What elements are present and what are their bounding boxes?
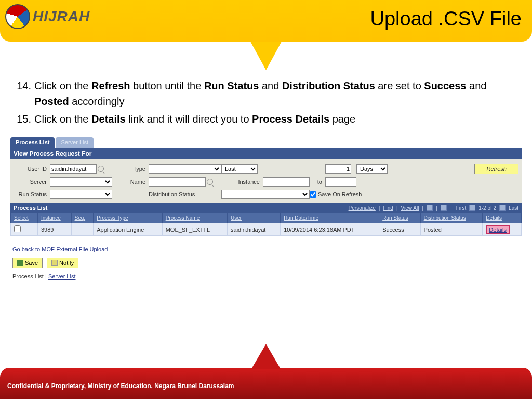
table-header-row: Select Instance Seq. Process Type Proces…: [11, 213, 522, 223]
cell-pname: MOE_SF_EXTFL: [162, 223, 227, 236]
col-seq[interactable]: Seq.: [71, 213, 94, 223]
run-status-select[interactable]: [50, 190, 112, 199]
days-select[interactable]: Days: [356, 164, 388, 174]
save-on-refresh-checkbox[interactable]: [310, 191, 316, 198]
prev-icon[interactable]: [469, 205, 475, 211]
label-user-id: User ID: [14, 166, 50, 172]
process-list-table: Select Instance Seq. Process Type Proces…: [10, 212, 522, 236]
process-monitor-panel: Process List Server List View Process Re…: [10, 137, 522, 280]
tab-server-list[interactable]: Server List: [56, 137, 94, 148]
grid-toolbar: Personalize| Find| View All| | First 1-2…: [349, 205, 518, 211]
tab-bar: Process List Server List: [10, 137, 522, 148]
brand-name: HIJRAH: [33, 8, 90, 25]
instance-to-input[interactable]: [325, 177, 356, 187]
globe-icon: [5, 4, 30, 29]
col-instance[interactable]: Instance: [37, 213, 71, 223]
label-server: Server: [14, 179, 50, 185]
label-to: to: [310, 179, 325, 185]
section-title: View Process Request For: [10, 148, 522, 159]
next-icon[interactable]: [499, 205, 506, 211]
label-dist-status: Distribution Status: [149, 191, 221, 197]
label-instance: Instance: [221, 179, 263, 185]
step-text: Click on the Details link and it will di…: [34, 111, 516, 127]
label-name: Name: [112, 179, 149, 185]
cell-seq: [71, 223, 94, 236]
notify-button[interactable]: Notify: [47, 258, 78, 268]
last-select[interactable]: Last: [221, 164, 258, 174]
page-title: Upload .CSV File: [370, 8, 522, 30]
cell-ptype: Application Engine: [94, 223, 162, 236]
label-type: Type: [112, 166, 149, 172]
zoom-icon[interactable]: [427, 205, 433, 211]
tab-process-list[interactable]: Process List: [10, 137, 55, 148]
step-text: Click on the Refresh button until the Ru…: [34, 78, 516, 109]
cell-rstatus: Success: [379, 223, 420, 236]
view-all-link[interactable]: View All: [401, 205, 419, 211]
grid-header-bar: Process List Personalize| Find| View All…: [10, 203, 522, 212]
lookup-icon[interactable]: [207, 179, 213, 185]
instance-from-input[interactable]: [263, 177, 310, 187]
table-row: 3989 Application Engine MOE_SF_EXTFL sai…: [11, 223, 522, 236]
footer-banner: Confidential & Proprietary, Ministry of …: [0, 368, 532, 399]
row-count: 1-2 of 2: [478, 205, 496, 211]
personalize-link[interactable]: Personalize: [349, 205, 376, 211]
col-user[interactable]: User: [228, 213, 281, 223]
last-value-input[interactable]: [325, 164, 351, 174]
dist-status-select[interactable]: [221, 190, 310, 199]
cell-dstatus: Posted: [420, 223, 483, 236]
name-input[interactable]: [149, 177, 206, 187]
header-banner: HIJRAH Upload .CSV File: [0, 0, 532, 42]
go-back-link[interactable]: Go back to MOE External File Upload: [12, 246, 522, 252]
label-run-status: Run Status: [14, 191, 50, 197]
cell-datetime: 10/09/2014 6:23:16AM PDT: [281, 223, 379, 236]
label-save-refresh: Save On Refresh: [318, 191, 362, 197]
breadcrumb-link[interactable]: Server List: [48, 273, 76, 280]
grid-title: Process List: [14, 205, 47, 211]
instructions: 14. Click on the Refresh button until th…: [16, 78, 516, 127]
download-icon[interactable]: [441, 205, 447, 211]
save-icon: [17, 260, 23, 266]
col-dstatus[interactable]: Distribution Status: [420, 213, 483, 223]
notify-icon: [51, 260, 58, 266]
breadcrumb-current: Process List: [12, 273, 44, 280]
breadcrumb: Process List | Server List: [12, 273, 522, 280]
filter-form: User ID Type Last Days Refresh Server Na…: [10, 159, 522, 203]
cell-instance: 3989: [37, 223, 71, 236]
footer-text: Confidential & Proprietary, Ministry of …: [7, 382, 234, 390]
col-ptype[interactable]: Process Type: [94, 213, 162, 223]
save-button[interactable]: Save: [12, 258, 43, 268]
type-select[interactable]: [149, 164, 221, 174]
last-label[interactable]: Last: [509, 205, 518, 211]
refresh-button[interactable]: Refresh: [474, 164, 518, 174]
find-link[interactable]: Find: [383, 205, 393, 211]
col-select[interactable]: Select: [11, 213, 38, 223]
row-select-checkbox[interactable]: [14, 225, 21, 232]
col-datetime[interactable]: Run Date/Time: [281, 213, 379, 223]
col-rstatus[interactable]: Run Status: [379, 213, 420, 223]
step-number: 15.: [16, 111, 34, 127]
cell-user: saidin.hidayat: [228, 223, 281, 236]
col-pname[interactable]: Process Name: [162, 213, 227, 223]
user-id-input[interactable]: [50, 164, 97, 174]
lookup-icon[interactable]: [98, 166, 104, 172]
col-details[interactable]: Details: [483, 213, 522, 223]
server-select[interactable]: [50, 177, 112, 187]
brand-logo: HIJRAH: [5, 4, 90, 29]
step-number: 14.: [16, 78, 34, 109]
first-label[interactable]: First: [456, 205, 466, 211]
details-link[interactable]: Details: [486, 225, 510, 234]
